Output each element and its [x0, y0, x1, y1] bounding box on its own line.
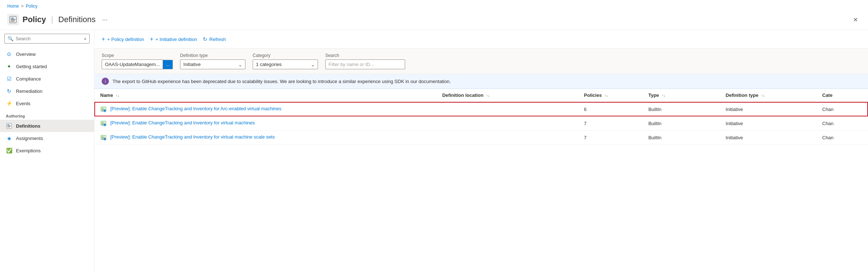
- events-icon: ⚡: [6, 100, 12, 107]
- svg-rect-2: [11, 19, 15, 20]
- sort-arrows-policies[interactable]: ↑↓: [604, 94, 608, 98]
- sidebar-item-label: Compliance: [16, 76, 41, 82]
- row-name-link[interactable]: [Preview]: Enable ChangeTracking and Inv…: [110, 106, 281, 111]
- policy-definition-label: + Policy definition: [107, 37, 144, 42]
- svg-rect-22: [102, 137, 105, 138]
- collapse-icon[interactable]: «: [84, 36, 86, 41]
- toolbar: + + Policy definition + + Initiative def…: [94, 30, 868, 49]
- scope-button[interactable]: ...: [163, 60, 173, 69]
- cell-policies: 7: [578, 131, 643, 145]
- remediation-icon: ↻: [6, 88, 12, 94]
- svg-rect-9: [102, 108, 103, 109]
- sidebar-item-overview[interactable]: ⊙ Overview: [0, 48, 94, 60]
- policy-definition-button[interactable]: + + Policy definition: [102, 34, 144, 44]
- sidebar-item-getting-started[interactable]: ✦ Getting started: [0, 60, 94, 73]
- sidebar-item-definitions[interactable]: Definitions: [0, 120, 94, 132]
- cell-category: Chan: [816, 102, 868, 116]
- sidebar-item-remediation[interactable]: ↻ Remediation: [0, 85, 94, 97]
- filters-bar: Scope OAAS-UpdateManagem... ... Definiti…: [94, 49, 868, 74]
- sidebar-search-input[interactable]: [16, 36, 82, 41]
- sidebar-item-label: Overview: [16, 51, 36, 57]
- row-policy-icon: ✦: [100, 120, 107, 127]
- plus-icon-2: +: [150, 36, 153, 42]
- svg-rect-5: [7, 124, 9, 125]
- table-row[interactable]: ✦ [Preview]: Enable ChangeTracking and I…: [94, 131, 868, 145]
- definition-type-select[interactable]: Initiative All Policy definition: [180, 59, 245, 69]
- breadcrumb-sep: >: [21, 4, 24, 9]
- exemptions-icon: ✅: [6, 147, 12, 154]
- scope-label: Scope: [102, 53, 173, 58]
- assignments-icon: ◈: [6, 135, 12, 141]
- cell-definition-location: [436, 102, 578, 116]
- col-type[interactable]: Type ↑↓: [643, 89, 720, 102]
- refresh-button[interactable]: ↻ Refresh: [203, 35, 226, 44]
- breadcrumb: Home > Policy: [0, 0, 868, 12]
- svg-text:✦: ✦: [104, 110, 106, 112]
- page-separator: |: [51, 15, 53, 24]
- cell-definition-type: Initiative: [720, 116, 816, 131]
- col-policies[interactable]: Policies ↑↓: [578, 89, 643, 102]
- row-name-link[interactable]: [Preview]: Enable ChangeTracking and Inv…: [110, 120, 255, 125]
- cell-category: Chan: [816, 116, 868, 131]
- cell-definition-location: [436, 131, 578, 145]
- page-header: Policy | Definitions ··· ✕: [0, 12, 868, 30]
- sidebar-item-compliance[interactable]: ☑ Compliance: [0, 73, 94, 85]
- close-button[interactable]: ✕: [850, 15, 861, 25]
- sidebar-item-label: Getting started: [16, 64, 47, 69]
- cell-name: ✦ [Preview]: Enable ChangeTracking and I…: [94, 131, 436, 145]
- table-row[interactable]: ✦ [Preview]: Enable ChangeTracking and I…: [94, 116, 868, 131]
- getting-started-icon: ✦: [6, 63, 12, 70]
- row-policy-icon: ✦: [100, 106, 107, 112]
- search-filter-group: Search: [325, 53, 405, 69]
- cell-definition-location: [436, 116, 578, 131]
- col-definition-type[interactable]: Definition type ↑↓: [720, 89, 816, 102]
- sidebar-item-exemptions[interactable]: ✅ Exemptions: [0, 144, 94, 157]
- row-policy-icon: ✦: [100, 134, 107, 141]
- row-name-link[interactable]: [Preview]: Enable ChangeTracking and Inv…: [110, 134, 275, 140]
- plus-icon: +: [102, 36, 105, 42]
- cell-policies: 6: [578, 102, 643, 116]
- svg-rect-3: [11, 21, 15, 21]
- authoring-section-label: Authoring: [0, 110, 94, 120]
- cell-type: BuiltIn: [643, 116, 720, 131]
- svg-text:✦: ✦: [104, 139, 106, 141]
- svg-text:✦: ✦: [104, 124, 106, 127]
- sort-arrows-deftype[interactable]: ↑↓: [761, 94, 765, 98]
- category-select-wrapper: 1 categories All: [253, 59, 318, 69]
- overview-icon: ⊙: [6, 51, 12, 57]
- cell-type: BuiltIn: [643, 131, 720, 145]
- cell-category: Chan: [816, 131, 868, 145]
- cell-definition-type: Initiative: [720, 131, 816, 145]
- sidebar-item-assignments[interactable]: ◈ Assignments: [0, 132, 94, 144]
- scope-filter-group: Scope OAAS-UpdateManagem... ...: [102, 53, 173, 69]
- notice-icon: i: [102, 78, 109, 85]
- definition-type-select-wrapper: Initiative All Policy definition: [180, 59, 245, 69]
- sidebar-item-label: Events: [16, 101, 30, 106]
- initiative-definition-button[interactable]: + + Initiative definition: [150, 34, 197, 44]
- cell-policies: 7: [578, 116, 643, 131]
- definitions-icon: [6, 123, 12, 129]
- sidebar-item-label: Exemptions: [16, 148, 41, 153]
- col-definition-location[interactable]: Definition location ↑↓: [436, 89, 578, 102]
- svg-rect-16: [102, 123, 105, 124]
- definition-type-filter-group: Definition type Initiative All Policy de…: [180, 53, 245, 69]
- sidebar-item-events[interactable]: ⚡ Events: [0, 97, 94, 110]
- col-category: Cate: [816, 89, 868, 102]
- compliance-icon: ☑: [6, 75, 12, 82]
- sort-arrows-type[interactable]: ↑↓: [662, 94, 665, 98]
- more-options-button[interactable]: ···: [102, 16, 107, 24]
- table-row[interactable]: ✦ [Preview]: Enable ChangeTracking and I…: [94, 102, 868, 116]
- col-name[interactable]: Name ↑↓: [94, 89, 436, 102]
- breadcrumb-home[interactable]: Home: [7, 4, 19, 9]
- breadcrumb-policy[interactable]: Policy: [26, 4, 37, 9]
- notice-bar: i The export to GitHub experience has be…: [94, 74, 868, 89]
- sidebar-item-label: Assignments: [16, 136, 43, 141]
- category-label: Category: [253, 53, 318, 58]
- svg-rect-1: [11, 18, 14, 18]
- svg-rect-15: [102, 122, 103, 123]
- sort-arrows-name[interactable]: ↑↓: [116, 94, 119, 98]
- sort-arrows-defloc[interactable]: ↑↓: [486, 94, 490, 98]
- svg-rect-6: [7, 125, 11, 126]
- category-select[interactable]: 1 categories All: [253, 59, 318, 69]
- search-filter-input[interactable]: [325, 59, 405, 69]
